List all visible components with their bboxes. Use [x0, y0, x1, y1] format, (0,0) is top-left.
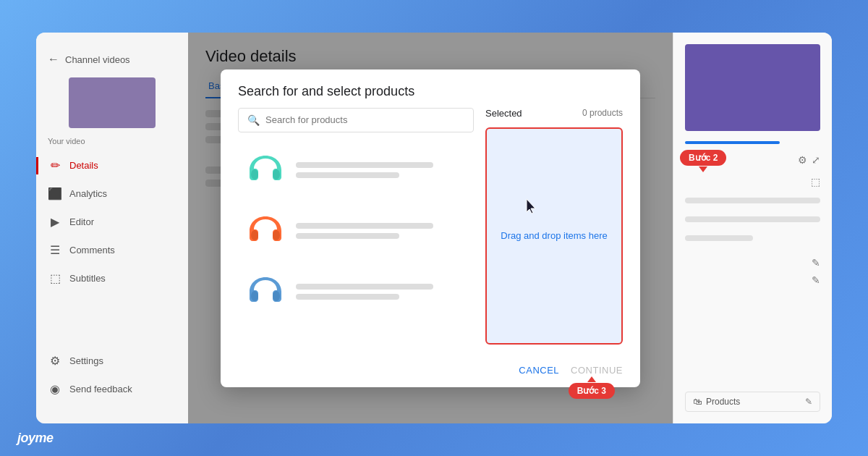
list-item[interactable]: [238, 263, 474, 321]
details-icon: ✏: [48, 159, 62, 172]
cursor-arrow: [524, 198, 541, 218]
modal-overlay: Search for and select products 🔍: [188, 33, 673, 423]
joyme-logo: joyme: [17, 431, 54, 446]
subtitles-icon: ⬚: [48, 271, 62, 285]
modal-left-panel: 🔍: [238, 108, 474, 345]
svg-point-0: [251, 169, 258, 180]
step2-badge: Bước 2: [680, 150, 726, 166]
svg-point-4: [251, 291, 258, 301]
sidebar: ← Channel videos Your video ✏ Details ⬛ …: [36, 33, 188, 423]
product-1-lines: [296, 162, 468, 178]
product-list: [238, 141, 474, 321]
cancel-button[interactable]: CANCEL: [519, 365, 559, 376]
settings-label: Settings: [69, 355, 103, 366]
progress-bar: [685, 141, 780, 144]
products-bag-icon: 🛍: [693, 397, 702, 407]
app-container: ← Channel videos Your video ✏ Details ⬛ …: [36, 33, 832, 423]
svg-point-2: [251, 230, 258, 240]
sidebar-item-editor[interactable]: ▶ Editor: [36, 208, 188, 236]
drop-zone[interactable]: Drag and drop items here: [485, 127, 623, 345]
right-panel: ⚙ ⤢ ⬚ ✎ ✎ 🛍 Products ✎: [673, 33, 832, 423]
modal-right-panel: Selected 0 products Drag and drop items …: [485, 108, 623, 345]
comments-label: Comments: [69, 245, 115, 256]
product-line: [296, 294, 399, 300]
edit-icon-1[interactable]: ✎: [812, 257, 820, 269]
products-label: Products: [706, 397, 740, 407]
active-bar: [36, 157, 38, 174]
svg-marker-6: [527, 199, 535, 214]
panel-bar-3: [685, 235, 753, 241]
modal-body: 🔍: [221, 108, 640, 356]
sidebar-back[interactable]: ← Channel videos: [36, 47, 188, 72]
sidebar-item-comments[interactable]: ☰ Comments: [36, 236, 188, 264]
details-label: Details: [69, 160, 98, 171]
step3-badge: Bước 3: [569, 383, 615, 399]
product-line: [296, 162, 433, 168]
product-line: [296, 172, 399, 178]
selected-header: Selected 0 products: [485, 108, 623, 122]
svg-point-5: [273, 291, 280, 301]
sidebar-item-analytics[interactable]: ⬛ Analytics: [36, 180, 188, 208]
search-bar[interactable]: 🔍: [238, 108, 474, 132]
product-line: [296, 233, 399, 239]
analytics-label: Analytics: [69, 188, 107, 199]
search-input[interactable]: [265, 114, 464, 125]
sidebar-divider: [36, 292, 188, 341]
right-panel-thumbnail: [685, 44, 820, 131]
product-line: [296, 284, 433, 290]
edit-icon-2[interactable]: ✎: [812, 274, 820, 286]
product-3-lines: [296, 284, 468, 300]
back-arrow-icon: ←: [48, 53, 59, 66]
svg-point-3: [273, 230, 280, 240]
product-line: [296, 223, 433, 229]
sidebar-item-feedback[interactable]: ◉ Send feedback: [36, 375, 188, 403]
sidebar-item-details[interactable]: ✏ Details: [36, 151, 188, 180]
sidebar-bottom: ⚙ Settings ◉ Send feedback: [36, 341, 188, 409]
video-thumbnail: [69, 77, 156, 128]
product-select-modal: Search for and select products 🔍: [221, 69, 640, 387]
product-image-2: [244, 209, 287, 253]
editor-icon: ▶: [48, 215, 62, 229]
search-icon: 🔍: [247, 114, 260, 126]
copy-icon[interactable]: ⬚: [811, 176, 820, 187]
sidebar-item-settings[interactable]: ⚙ Settings: [36, 347, 188, 375]
feedback-label: Send feedback: [69, 384, 132, 394]
product-image-1: [244, 148, 287, 192]
comments-icon: ☰: [48, 243, 62, 257]
products-edit-icon[interactable]: ✎: [805, 397, 812, 407]
channel-videos-label: Channel videos: [65, 54, 130, 65]
your-video-label: Your video: [36, 134, 188, 151]
sidebar-item-subtitles[interactable]: ⬚ Subtitles: [36, 264, 188, 292]
modal-title: Search for and select products: [221, 69, 640, 108]
continue-button[interactable]: CONTINUE: [571, 365, 623, 376]
settings-icon: ⚙: [48, 354, 62, 368]
settings-panel-icon[interactable]: ⚙: [798, 154, 807, 166]
subtitles-label: Subtitles: [69, 273, 106, 284]
feedback-icon: ◉: [48, 382, 62, 396]
drop-area-text: Drag and drop items here: [501, 230, 607, 241]
product-image-3: [244, 270, 287, 313]
svg-point-1: [273, 169, 280, 180]
analytics-icon: ⬛: [48, 187, 62, 200]
list-item[interactable]: [238, 141, 474, 199]
panel-bar-2: [685, 216, 820, 222]
products-count: 0 products: [582, 108, 623, 118]
editor-label: Editor: [69, 216, 94, 227]
expand-icon[interactable]: ⤢: [812, 154, 820, 166]
products-tag[interactable]: 🛍 Products ✎: [685, 392, 820, 412]
product-2-lines: [296, 223, 468, 239]
main-content: Video details Basic Search for and selec…: [188, 33, 673, 423]
list-item[interactable]: [238, 202, 474, 260]
selected-label: Selected: [485, 108, 522, 119]
panel-bar-1: [685, 198, 820, 203]
